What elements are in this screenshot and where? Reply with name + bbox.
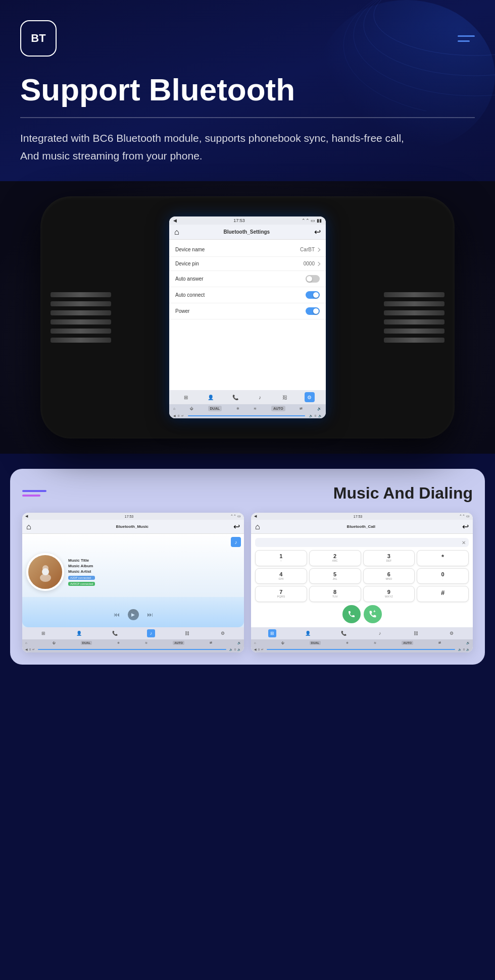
- grid-icon-music[interactable]: ⊞: [39, 629, 47, 637]
- key-3[interactable]: 3 DEF: [363, 550, 415, 566]
- mini-back-btn-music[interactable]: ↩: [233, 522, 240, 531]
- settings-icon[interactable]: ⚙: [305, 392, 315, 402]
- phone-icon-call[interactable]: 📞: [340, 629, 348, 637]
- settings-icon-music[interactable]: ⚙: [219, 629, 227, 637]
- mini-back-music[interactable]: ◀: [25, 514, 28, 518]
- spk-c[interactable]: 🔈: [229, 648, 233, 651]
- mini-home-music[interactable]: ⌂: [26, 522, 31, 531]
- mini-back-btn-call[interactable]: ↩: [462, 522, 469, 531]
- power-row[interactable]: Power: [169, 303, 326, 319]
- key-hash[interactable]: #: [417, 586, 469, 602]
- grid-icon-call[interactable]: ⊞: [268, 629, 276, 637]
- vol-ctrl[interactable]: 🔊: [317, 407, 322, 411]
- sync-ctrl[interactable]: ⇄: [300, 407, 303, 411]
- person-icon[interactable]: 👤: [206, 392, 216, 402]
- ac-ctrl[interactable]: ≋: [254, 407, 257, 411]
- snow-ctrl[interactable]: ❄: [236, 407, 239, 411]
- enter-cc[interactable]: ↵: [261, 648, 264, 651]
- vold-cc[interactable]: 🔉: [466, 648, 470, 651]
- album-name: Music Album: [68, 564, 95, 568]
- screen-control-bar: ⌂ ⏻ DUAL ❄ ≋ AUTO ⇄ 🔊: [169, 404, 326, 413]
- device-pin-row[interactable]: Device pin 0000: [169, 257, 326, 271]
- auto-answer-row[interactable]: Auto answer: [169, 271, 326, 287]
- enter-ctrl[interactable]: ↵: [181, 414, 184, 417]
- auto-c[interactable]: AUTO: [173, 641, 184, 645]
- dual-btn[interactable]: DUAL: [208, 406, 222, 411]
- person-icon-music[interactable]: 👤: [75, 629, 83, 637]
- zero2-ctrl: 0: [315, 414, 316, 417]
- dialer-clear-icon[interactable]: ✕: [462, 540, 466, 546]
- key-6[interactable]: 6 MNO: [363, 568, 415, 584]
- back-cc[interactable]: ◀: [254, 648, 257, 651]
- power-toggle[interactable]: [306, 307, 320, 315]
- zero2-c: 0: [234, 648, 236, 651]
- dialer-input[interactable]: ✕: [255, 538, 469, 547]
- power-cc[interactable]: ⏻: [281, 641, 284, 644]
- spk-cc[interactable]: 🔈: [458, 648, 462, 651]
- dialer-action-row: [253, 602, 471, 625]
- link-icon-music[interactable]: ⛓: [183, 629, 191, 637]
- back-icon[interactable]: ↩: [314, 227, 321, 237]
- mini-back-call[interactable]: ◀: [254, 514, 257, 518]
- auto-btn[interactable]: AUTO: [271, 406, 285, 411]
- snow-c[interactable]: ❄: [117, 641, 120, 644]
- back-c[interactable]: ◀: [25, 648, 28, 651]
- enter-c[interactable]: ↵: [32, 648, 35, 651]
- key-2[interactable]: 2 ABC: [309, 550, 361, 566]
- settings-icon-call[interactable]: ⚙: [448, 629, 456, 637]
- home-c[interactable]: ⌂: [25, 641, 27, 644]
- grid-icon[interactable]: ⊞: [181, 392, 191, 402]
- key-7[interactable]: 7 PQRS: [255, 586, 307, 602]
- vol-c[interactable]: 🔊: [237, 641, 241, 644]
- power-ctrl[interactable]: ⏻: [190, 407, 193, 410]
- auto-answer-toggle[interactable]: [306, 275, 320, 283]
- dual-c[interactable]: DUAL: [81, 641, 92, 645]
- vol-cc[interactable]: 🔊: [466, 641, 470, 644]
- auto-connect-row[interactable]: Auto connect: [169, 287, 326, 303]
- device-name-row[interactable]: Device name CarBT: [169, 243, 326, 257]
- key-9[interactable]: 9 WXYZ: [363, 586, 415, 602]
- auto-connect-toggle[interactable]: [306, 291, 320, 299]
- home-ctrl[interactable]: ⌂: [173, 407, 175, 410]
- call-button[interactable]: [342, 605, 361, 623]
- sync-cc[interactable]: ⇄: [438, 641, 441, 644]
- device-name-label: Device name: [175, 247, 205, 252]
- music-icon-call[interactable]: ♪: [376, 629, 384, 637]
- dual-cc[interactable]: DUAL: [310, 641, 321, 645]
- key-0[interactable]: 0 ·: [417, 568, 469, 584]
- home-icon[interactable]: ⌂: [174, 228, 179, 237]
- music-icon[interactable]: ♪: [255, 392, 265, 402]
- back-ctrl[interactable]: ◀: [173, 414, 176, 417]
- snow-cc[interactable]: ❄: [346, 641, 349, 644]
- device-name-value: CarBT: [300, 247, 320, 252]
- hamburger-line-1: [458, 35, 475, 37]
- auto-connect-label: Auto connect: [175, 292, 205, 298]
- phone-icon-music[interactable]: 📞: [111, 629, 119, 637]
- person-icon-call[interactable]: 👤: [304, 629, 312, 637]
- auto-cc[interactable]: AUTO: [402, 641, 413, 645]
- mini-status-call: ◀ 17:53 ⌃⌃ ▭: [251, 513, 473, 520]
- ac-cc[interactable]: ≋: [374, 641, 376, 644]
- phone-icon[interactable]: 📞: [230, 392, 240, 402]
- music-logo: [22, 490, 46, 497]
- back-arrow[interactable]: ◀: [173, 218, 177, 223]
- zero-ctrl: 0: [178, 414, 179, 417]
- vold-c[interactable]: 🔉: [237, 648, 241, 651]
- mini-home-call[interactable]: ⌂: [255, 522, 260, 531]
- key-5[interactable]: 5 JKL: [309, 568, 361, 584]
- key-8[interactable]: 8 TUV: [309, 586, 361, 602]
- power-c[interactable]: ⏻: [53, 641, 56, 644]
- key-star[interactable]: *: [417, 550, 469, 566]
- vol-down-ctrl[interactable]: 🔉: [318, 414, 322, 417]
- link-icon[interactable]: ⛓: [280, 392, 290, 402]
- redial-button[interactable]: [364, 605, 382, 623]
- music-icon-music[interactable]: ♪: [147, 629, 155, 637]
- menu-button[interactable]: [458, 35, 475, 42]
- link-icon-call[interactable]: ⛓: [412, 629, 420, 637]
- sync-c[interactable]: ⇄: [210, 641, 212, 644]
- key-4[interactable]: 4 GHI: [255, 568, 307, 584]
- key-1[interactable]: 1 –: [255, 550, 307, 566]
- speaker-ctrl[interactable]: 🔈: [309, 414, 313, 417]
- home-cc[interactable]: ⌂: [254, 641, 256, 644]
- ac-c[interactable]: ≋: [145, 641, 147, 644]
